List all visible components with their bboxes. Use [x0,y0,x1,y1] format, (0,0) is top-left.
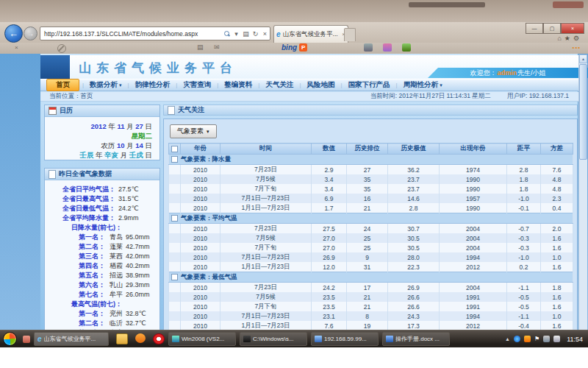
forward-button[interactable]: → [24,26,37,40]
taskbar-window-1[interactable]: Win2008 (VS2... [168,332,236,346]
table-row[interactable]: 20107月下旬3.43523.719901.84.8 [169,184,573,194]
table-row[interactable]: 20107月5候3.43523.719901.84.8 [169,174,573,184]
web-page: 山东省气候业务平台 欢迎您： admin 先生/小姐 首页|数据分析▾|韵律性分… [0,54,588,347]
scrollbar-thumb[interactable] [579,64,587,160]
weather-stat: 全省日最高气温：31.5℃ [45,194,157,204]
refresh-icon[interactable]: ↻ [251,30,260,38]
table-row[interactable]: 20101月1日—7月23日1.7212.81990-0.10.4 [169,203,573,213]
column-header: 年份 [181,144,220,155]
nav-item-4[interactable]: 灾害查询 [177,80,217,90]
table-row[interactable]: 20101月1日—7月23日12.03122.320120.21.6 [169,262,573,272]
pet-icon[interactable] [383,43,392,52]
home-icon[interactable]: ⌂ [557,35,564,42]
ranking-item: 第三名：莱西42.0mm [45,252,157,261]
group-cell: 气象要素：最低气温 [169,272,573,283]
table-cell: 30.7 [388,224,440,234]
back-button[interactable]: ← [4,24,23,43]
stop-icon[interactable]: × [260,30,270,38]
select-all-checkbox[interactable] [171,146,178,152]
tray-expand-icon[interactable]: ▲ [505,336,510,342]
camera-icon[interactable] [364,43,373,52]
column-header: 数值 [312,144,347,155]
row-checkbox-cell [169,252,181,262]
start-button[interactable] [3,332,17,346]
table-cell: 2.0 [541,224,573,234]
more-icon[interactable]: ••• [573,44,581,51]
table-cell: 28.0 [388,252,440,262]
network-icon[interactable] [543,336,550,342]
taskbar-active-label: 山东省气候业务平... [44,335,96,343]
table-cell: 2010 [181,233,220,243]
nav-item-7[interactable]: 风险地图 [301,80,340,90]
vertical-scrollbar[interactable]: ▲ ▼ [578,54,587,347]
toolbar-close-icon[interactable]: × [15,44,18,51]
new-tab-button[interactable] [344,28,356,41]
calendar-token: 日 [143,151,152,159]
search-caret-icon[interactable]: ▾ [232,30,241,38]
calendar-token: 月 [125,122,136,130]
nav-item-3[interactable]: 韵律性分析 [129,80,176,90]
nav-item-8[interactable]: 国家下行产品 [343,80,396,90]
calendar-line-4: 壬辰 年 辛亥 月 壬戌 日 [45,150,152,160]
calendar-token: 壬辰 [79,151,93,159]
security-app-icon[interactable] [135,333,146,343]
nav-item-5[interactable]: 整编资料 [218,80,258,90]
table-cell: 23.7 [388,174,440,184]
station-value: 29.3mm [126,280,150,290]
group-cell: 气象要素：平均气温 [169,213,573,224]
calendar-token: 年 [93,151,104,159]
chevron-down-icon: ▾ [119,82,122,88]
table-row[interactable]: 20107月1日—7月23日6.91614.61957-1.02.3 [169,194,573,203]
taskbar-window-2[interactable]: C:\Windows\s... [240,332,307,346]
star-icon[interactable]: ★ [564,35,573,42]
volume-icon[interactable] [553,336,560,342]
station-name: 兖州 [110,309,123,319]
nav-item-1[interactable]: 首页 [46,79,79,91]
flag-icon[interactable]: ⚑ [534,336,539,342]
table-cell: 30.5 [388,243,440,252]
group-checkbox[interactable] [171,274,178,280]
calendar-token: 月 [125,141,136,149]
table-row[interactable]: 20107月23日24.21726.92004-1.11.8 [169,283,573,293]
quick-launch-icon[interactable] [23,336,30,343]
close-button[interactable]: × [561,23,584,34]
table-row[interactable]: 20107月23日2.92736.219742.87.6 [169,165,573,175]
table-row[interactable]: 20107月23日27.52430.72004-0.72.0 [169,224,573,234]
gear-icon[interactable]: ⚙ [573,35,582,42]
table-row[interactable]: 20107月下旬23.52126.61991-0.51.6 [169,302,573,311]
group-checkbox[interactable] [171,156,178,163]
minimize-button[interactable]: — [526,23,543,34]
nav-item-9[interactable]: 周期性分析▾ [398,80,448,90]
table-cell: 3.4 [312,174,347,184]
row-checkbox-cell [169,174,181,184]
browser-tab[interactable]: e 山东省气候业务平... × [273,25,348,43]
nav-item-6[interactable]: 天气关注 [259,80,299,90]
network-app-icon[interactable] [514,336,520,342]
table-row[interactable]: 20107月5候23.52126.61991-0.51.6 [169,292,573,302]
media-app-icon[interactable] [153,333,165,344]
cards-mail-icons[interactable]: ▤ ✉ [197,43,224,51]
compatibility-icon[interactable]: ▤ [241,30,251,38]
taskbar-window-4[interactable]: 操作手册.docx ... [382,332,450,346]
puzzle-icon[interactable] [402,43,411,52]
search-icon[interactable] [224,31,230,37]
scroll-up-icon[interactable]: ▲ [579,54,587,63]
maximize-button[interactable]: ▢ [543,23,561,34]
browser-tray-icon[interactable] [524,336,531,342]
station-name: 临沂 [110,319,123,328]
table-row[interactable]: 20107月1日—7月23日26.9928.01994-1.01.0 [169,252,573,262]
taskbar-window-3[interactable]: 192.168.59.99... [311,332,379,346]
url-text[interactable]: http://192.168.137.1/SLCCLIMATE/modules/… [40,30,223,38]
address-bar[interactable]: http://192.168.137.1/SLCCLIMATE/modules/… [40,26,270,40]
table-row[interactable]: 20107月5候27.02530.52004-0.31.6 [169,233,573,243]
bing-logo[interactable]: bingP [282,43,307,52]
taskbar-active-window[interactable]: e 山东省气候业务平... [34,332,109,346]
nav-item-2[interactable]: 数据分析▾ [84,80,128,90]
explorer-icon[interactable] [116,333,128,344]
table-row[interactable]: 20107月1日—7月23日23.1824.31994-1.11.0 [169,311,573,321]
group-checkbox[interactable] [171,215,178,222]
taskbar-clock[interactable]: 11:54 [567,336,583,343]
element-filter-button[interactable]: 气象要素 ▾ [170,124,217,138]
table-cell: 2010 [181,292,220,302]
table-row[interactable]: 20107月下旬27.02530.52004-0.31.6 [169,243,573,252]
